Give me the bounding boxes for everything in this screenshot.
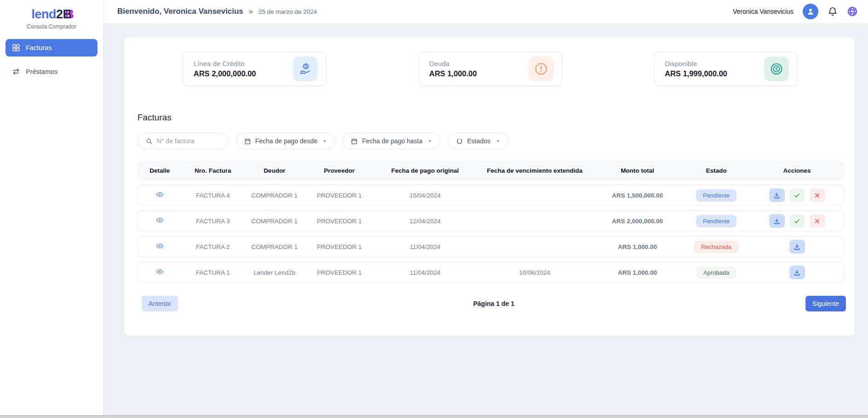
download-button[interactable] [769, 214, 785, 228]
status-badge: Pendiente [696, 189, 737, 202]
filters-bar: Fecha de pago desde Fecha de pago hasta [137, 133, 855, 149]
stat-label: Línea de Crédito [194, 60, 256, 68]
column-header: Proveedor [305, 167, 374, 174]
status-badge: Rechazada [694, 241, 738, 253]
notifications-button[interactable] [828, 6, 838, 17]
original-payment-date: 12/04/2024 [374, 218, 476, 225]
avatar[interactable] [803, 4, 818, 19]
previous-page-button[interactable]: Anterior [142, 296, 178, 311]
provider: PROVEEDOR 1 [305, 243, 374, 250]
check-icon [794, 192, 800, 199]
invoices-table: Detalle Nro. Factura Deudor Proveedor Fe… [137, 161, 844, 283]
reject-button[interactable] [810, 214, 825, 228]
stat-value: ARS 2,000,000.00 [194, 69, 256, 78]
language-button[interactable] [847, 6, 858, 17]
sidebar-item-facturas[interactable]: Facturas [6, 39, 97, 56]
invoice-number: FACTURA 1 [182, 269, 244, 276]
svg-text:$: $ [305, 64, 307, 68]
sidebar: lend2BB Consola Comprador Facturas Prést… [0, 0, 103, 415]
table-row: FACTURA 3 COMPRADOR 1 PROVEEDOR 1 12/04/… [137, 210, 844, 232]
debtor: Lender Lend2b [244, 269, 305, 276]
download-button[interactable] [789, 265, 805, 279]
approve-button[interactable] [789, 188, 805, 202]
x-icon [814, 192, 821, 199]
stat-label: Deuda [429, 60, 477, 68]
approve-button[interactable] [789, 214, 805, 228]
bell-icon [828, 6, 838, 17]
download-icon [794, 269, 800, 276]
eye-icon [156, 242, 164, 250]
calendar-icon [244, 138, 251, 145]
total-amount: ARS 1,000.00 [593, 269, 682, 276]
view-detail-button[interactable] [138, 191, 182, 198]
page-info: Página 1 de 1 [142, 300, 846, 307]
pagination: Anterior Página 1 de 1 Siguiente [142, 296, 846, 311]
download-icon [773, 218, 780, 225]
provider: PROVEEDOR 1 [305, 218, 374, 225]
view-detail-button[interactable] [138, 216, 182, 224]
filter-date-to[interactable]: Fecha de pago hasta [343, 133, 440, 149]
debtor: COMPRADOR 1 [244, 243, 305, 250]
invoice-number: FACTURA 3 [182, 218, 244, 225]
topbar-actions: Veronica Vansevicius [733, 4, 858, 19]
available-card: Disponible ARS 1,999,000.00 $ [654, 51, 798, 86]
original-payment-date: 11/04/2024 [374, 243, 476, 250]
breadcrumb: Bienvenido, Veronica Vansevicius » 25 de… [117, 7, 317, 16]
user-name: Veronica Vansevicius [733, 8, 794, 15]
download-button[interactable] [769, 188, 785, 202]
provider: PROVEEDOR 1 [305, 269, 374, 276]
column-header: Estado [682, 167, 751, 174]
column-header: Fecha de vencimiento extendida [476, 167, 593, 174]
debtor: COMPRADOR 1 [244, 218, 305, 225]
view-detail-button[interactable] [138, 268, 182, 276]
debtor: COMPRADOR 1 [244, 192, 305, 199]
column-header: Detalle [138, 167, 182, 174]
horizontal-scrollbar[interactable] [0, 415, 868, 418]
table-row: FACTURA 4 COMPRADOR 1 PROVEEDOR 1 15/04/… [137, 185, 844, 206]
svg-text:$: $ [775, 67, 778, 71]
x-icon [814, 218, 821, 225]
grid-icon [12, 44, 20, 52]
stat-label: Disponible [665, 60, 727, 68]
main-area: Bienvenido, Veronica Vansevicius » 25 de… [103, 0, 868, 415]
sidebar-item-label: Facturas [26, 44, 51, 51]
reject-button[interactable] [810, 188, 825, 202]
original-payment-date: 11/04/2024 [374, 269, 476, 276]
alert-octagon-icon [529, 56, 554, 81]
logo: lend2BB Consola Comprador [0, 7, 103, 30]
view-detail-button[interactable] [138, 242, 182, 250]
search-icon [146, 138, 153, 145]
total-amount: ARS 2,000,000.00 [593, 218, 682, 225]
welcome-title: Bienvenido, Veronica Vansevicius [117, 7, 243, 16]
next-page-button[interactable]: Siguiente [805, 296, 846, 311]
search-input[interactable] [157, 137, 220, 145]
page-title: Facturas [137, 113, 855, 123]
sidebar-item-label: Préstamos [26, 68, 57, 75]
download-icon [773, 192, 780, 199]
console-tagline: Consola Comprador [0, 23, 103, 30]
calendar-icon [351, 138, 358, 145]
invoice-rows: FACTURA 4 COMPRADOR 1 PROVEEDOR 1 15/04/… [137, 185, 844, 283]
transfers-icon [12, 68, 20, 76]
status-badge: Aprobada [697, 266, 736, 279]
app-window: lend2BB Consola Comprador Facturas Prést… [0, 0, 868, 415]
sidebar-nav: Facturas Préstamos [0, 39, 103, 80]
filter-states[interactable]: Estados [448, 133, 508, 149]
status-badge: Pendiente [696, 215, 737, 227]
download-button[interactable] [789, 240, 805, 254]
invoice-number: FACTURA 4 [182, 192, 244, 199]
eye-icon [156, 216, 164, 224]
debt-card: Deuda ARS 1,000.00 [419, 51, 562, 86]
extended-due-date: 10/06/2024 [476, 269, 593, 276]
stat-cards: Línea de Crédito ARS 2,000,000.00 $ Deud… [124, 37, 855, 86]
filter-date-from[interactable]: Fecha de pago desde [236, 133, 335, 149]
filter-label: Estados [467, 137, 491, 145]
sidebar-item-prestamos[interactable]: Préstamos [6, 63, 97, 80]
current-date: 25 de marzo de 2024 [258, 8, 317, 15]
breadcrumb-separator: » [249, 7, 253, 16]
column-header: Nro. Factura [182, 167, 244, 174]
eye-icon [156, 191, 164, 198]
invoice-search[interactable] [137, 133, 228, 149]
logo-text-lend: lend [31, 7, 56, 21]
chevron-down-icon [321, 139, 327, 143]
